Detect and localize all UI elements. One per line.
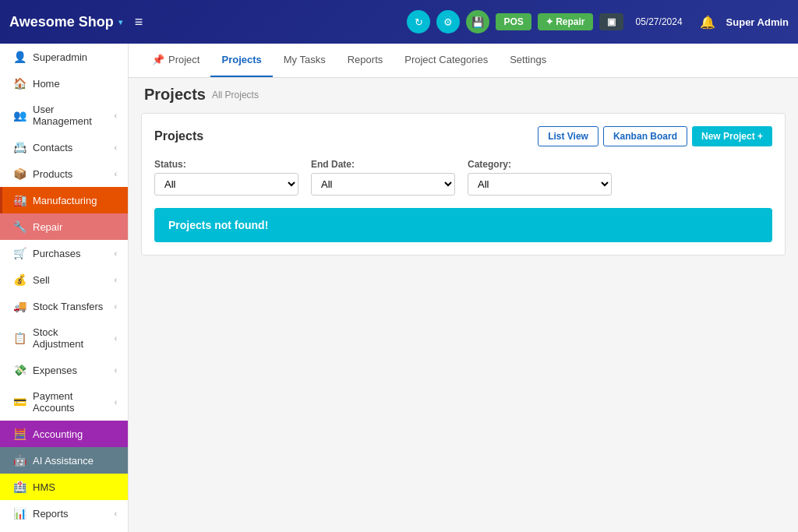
kanban-board-button[interactable]: Kanban Board [603,126,687,146]
sidebar-label-manufacturing: Manufacturing [33,195,117,206]
sidebar-label-payment-accounts: Payment Accounts [33,390,108,414]
sidebar-item-hms[interactable]: 🏥 HMS [0,474,128,500]
brand-name: Awesome Shop [9,14,114,30]
breadcrumb: Projects All Projects [129,78,798,107]
sidebar-label-hms: HMS [33,481,117,493]
filter-end-date-label: End Date: [311,159,455,170]
sidebar-label-stock-transfers: Stock Transfers [33,301,108,312]
tab-reports[interactable]: Reports [337,44,394,77]
sidebar-label-accounting: Accounting [33,428,117,440]
empty-state-message: Projects not found! [154,208,772,242]
sidebar-item-contacts[interactable]: 📇 Contacts ‹ [0,134,128,160]
sidebar-item-accounting[interactable]: 🧮 Accounting [0,421,128,447]
sidebar-label-sell: Sell [33,274,108,286]
content-title: Projects [154,129,203,143]
tab-my-tasks[interactable]: My Tasks [273,44,337,77]
sidebar-label-home: Home [33,78,117,90]
tab-reports-label: Reports [348,54,383,65]
sidebar-item-sell[interactable]: 💰 Sell ‹ [0,266,128,293]
tab-settings[interactable]: Settings [499,44,557,77]
tab-project-icon: 📌 [152,54,164,65]
contacts-icon: 📇 [13,141,26,153]
sidebar-item-administer-backup[interactable]: 💾 Administer Backup [0,527,128,532]
sidebar-item-manufacturing[interactable]: 🏭 Manufacturing [0,187,128,213]
sidebar: 👤 Superadmin 🏠 Home 👥 User Management ‹ … [0,44,129,532]
accounting-icon: 🧮 [13,428,26,440]
tab-my-tasks-label: My Tasks [284,54,326,65]
stock-transfers-icon: 🚚 [13,300,26,312]
sidebar-item-payment-accounts[interactable]: 💳 Payment Accounts ‹ [0,383,128,421]
sidebar-label-ai-assistance: AI Assistance [33,455,117,467]
main-content: 📌 Project Projects My Tasks Reports Proj… [129,44,798,532]
tab-projects-label: Projects [221,54,261,65]
filter-category-label: Category: [468,159,612,170]
content-area: Projects List View Kanban Board New Proj… [141,113,786,255]
bell-icon[interactable]: 🔔 [700,15,715,30]
brand-dot: ▾ [118,18,122,26]
tab-projects[interactable]: Projects [210,44,272,77]
sidebar-item-superadmin[interactable]: 👤 Superadmin [0,44,128,70]
filter-end-date-select[interactable]: All [311,173,455,196]
breadcrumb-sub: All Projects [212,90,259,100]
screen-button[interactable]: ▣ [599,13,623,30]
superadmin-icon: 👤 [13,51,26,63]
arrow-icon: ‹ [115,249,117,258]
new-project-button[interactable]: New Project + [692,126,772,146]
user-management-icon: 👥 [13,109,26,122]
tab-project-categories-label: Project Categories [404,54,488,65]
reports-icon: 📊 [13,507,26,520]
arrow-icon: ‹ [115,302,117,311]
hms-icon: 🏥 [13,481,26,493]
refresh-icon-btn[interactable]: ↻ [407,10,430,33]
tabs-bar: 📌 Project Projects My Tasks Reports Proj… [129,44,798,78]
repair-button[interactable]: ✦ Repair [538,13,593,30]
sidebar-label-expenses: Expenses [33,365,108,376]
topnav-icons: ↻ ⚙ 💾 POS ✦ Repair ▣ 05/27/2024 🔔 Super … [407,10,789,33]
brand: Awesome Shop ▾ [9,14,122,30]
save-icon-btn[interactable]: 💾 [466,10,489,33]
sidebar-label-superadmin: Superadmin [33,51,117,63]
sidebar-item-stock-adjustment[interactable]: 📋 Stock Adjustment ‹ [0,319,128,357]
date-display: 05/27/2024 [636,16,683,27]
manufacturing-icon: 🏭 [13,194,26,206]
sell-icon: 💰 [13,273,26,286]
filter-category-select[interactable]: All [468,173,612,196]
tab-project-categories[interactable]: Project Categories [394,44,499,77]
arrow-icon: ‹ [115,366,117,375]
sidebar-item-repair[interactable]: 🔧 Repair [0,213,128,240]
sidebar-item-expenses[interactable]: 💸 Expenses ‹ [0,357,128,383]
repair-icon: 🔧 [13,220,26,233]
filter-end-date-group: End Date: All [311,159,455,196]
sidebar-item-user-management[interactable]: 👥 User Management ‹ [0,97,128,134]
filters-row: Status: All End Date: All Category: All [154,159,772,196]
sidebar-label-purchases: Purchases [33,248,108,259]
arrow-icon: ‹ [115,143,117,152]
sidebar-label-repair: Repair [33,221,117,233]
filter-status-label: Status: [154,159,298,170]
filter-status-select[interactable]: All [154,173,298,196]
arrow-icon: ‹ [115,170,117,178]
sidebar-item-stock-transfers[interactable]: 🚚 Stock Transfers ‹ [0,293,128,319]
sidebar-label-stock-adjustment: Stock Adjustment [33,326,108,350]
pos-button[interactable]: POS [496,13,531,30]
hamburger-icon[interactable]: ≡ [135,14,143,30]
sidebar-item-ai-assistance[interactable]: 🤖 AI Assistance [0,447,128,474]
topnav: Awesome Shop ▾ ≡ ↻ ⚙ 💾 POS ✦ Repair ▣ 05… [0,0,798,44]
sidebar-label-contacts: Contacts [33,142,108,153]
products-icon: 📦 [13,167,26,180]
sidebar-item-reports[interactable]: 📊 Reports ‹ [0,500,128,527]
arrow-icon: ‹ [115,334,117,343]
list-view-button[interactable]: List View [538,126,598,146]
settings-icon-btn[interactable]: ⚙ [436,10,460,33]
tab-project[interactable]: 📌 Project [141,44,210,77]
payment-accounts-icon: 💳 [13,396,26,408]
sidebar-item-purchases[interactable]: 🛒 Purchases ‹ [0,240,128,266]
home-icon: 🏠 [13,77,26,90]
ai-icon: 🤖 [13,454,26,467]
arrow-icon: ‹ [115,398,117,407]
sidebar-item-home[interactable]: 🏠 Home [0,70,128,97]
page-title: Projects [144,86,206,104]
arrow-icon: ‹ [115,276,117,284]
sidebar-label-products: Products [33,168,108,180]
sidebar-item-products[interactable]: 📦 Products ‹ [0,160,128,187]
